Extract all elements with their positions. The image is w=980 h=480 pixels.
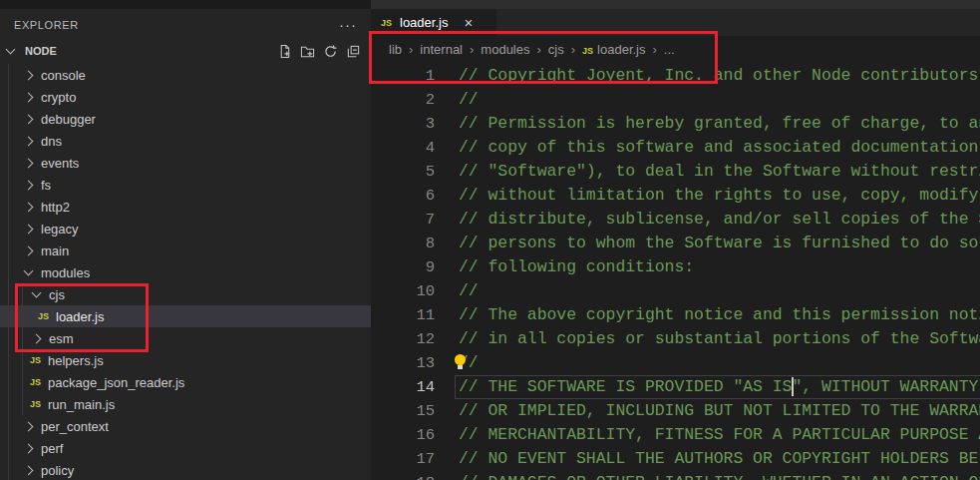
- tree-item-http2[interactable]: http2: [0, 196, 371, 218]
- tree-item-dns[interactable]: dns: [0, 130, 371, 152]
- code-line-13[interactable]: 13//: [371, 351, 980, 375]
- tree-item-main[interactable]: main: [0, 240, 371, 261]
- code-line-10[interactable]: 10//: [371, 279, 980, 303]
- new-file-icon[interactable]: [277, 44, 292, 59]
- tree-item-policy[interactable]: policy: [0, 459, 371, 480]
- chevron-right-icon: ›: [470, 42, 474, 57]
- code-line-text: // "Software"), to deal in the Software …: [459, 160, 980, 184]
- tree-item-console[interactable]: console: [0, 64, 371, 86]
- tree-item-label: fs: [41, 178, 51, 193]
- new-folder-icon[interactable]: [300, 44, 315, 59]
- tab-label: loader.js: [400, 15, 448, 30]
- code-line-text: // Copyright Joyent, Inc. and other Node…: [459, 64, 980, 88]
- line-number: 6: [371, 184, 435, 208]
- tree-item-run-main-js[interactable]: JSrun_main.js: [0, 393, 371, 415]
- line-number: 7: [371, 208, 435, 232]
- file-tree: consolecryptodebuggerdnseventsfshttp2leg…: [0, 64, 371, 480]
- indent-guide: [37, 305, 38, 327]
- code-line-18[interactable]: 18// DAMAGES OR OTHER LIABILITY, WHETHER…: [371, 471, 980, 480]
- line-number: 13: [371, 351, 435, 375]
- js-file-icon: JS: [381, 18, 394, 28]
- code-line-12[interactable]: 12// in all copies or substantial portio…: [371, 327, 980, 351]
- code-line-14[interactable]: 14// THE SOFTWARE IS PROVIDED "AS IS", W…: [371, 375, 980, 399]
- js-file-icon: JS: [30, 399, 43, 409]
- code-line-8[interactable]: 8// persons to whom the Software is furn…: [371, 232, 980, 255]
- code-line-17[interactable]: 17// NO EVENT SHALL THE AUTHORS OR COPYR…: [371, 447, 980, 471]
- code-line-1[interactable]: 1// Copyright Joyent, Inc. and other Nod…: [371, 64, 980, 88]
- tree-item-label: events: [41, 156, 79, 171]
- line-number: 18: [371, 471, 435, 480]
- tree-item-label: package_json_reader.js: [48, 375, 184, 390]
- code-line-9[interactable]: 9// following conditions:: [371, 255, 980, 279]
- chevron-right-icon: [24, 180, 34, 190]
- code-line-text: // persons to whom the Software is furni…: [459, 232, 980, 255]
- code-line-5[interactable]: 5// "Software"), to deal in the Software…: [371, 160, 980, 184]
- chevron-right-icon: [24, 245, 34, 255]
- tree-item-esm[interactable]: esm: [0, 327, 371, 349]
- code-line-7[interactable]: 7// distribute, sublicense, and/or sell …: [371, 208, 980, 232]
- tab-loader-js[interactable]: JS loader.js ×: [371, 9, 496, 36]
- tree-item-legacy[interactable]: legacy: [0, 218, 371, 240]
- chevron-right-icon: ›: [536, 42, 540, 57]
- tree-item-crypto[interactable]: crypto: [0, 86, 371, 108]
- collapse-all-icon[interactable]: [346, 44, 361, 59]
- tree-item-label: console: [41, 68, 86, 83]
- node-section-header[interactable]: NODE: [0, 40, 371, 62]
- chevron-right-icon: [24, 443, 34, 453]
- breadcrumb-label: modules: [481, 42, 529, 57]
- code-line-4[interactable]: 4// copy of this software and associated…: [371, 136, 980, 160]
- code-line-16[interactable]: 16// MERCHANTABILITY, FITNESS FOR A PART…: [371, 423, 980, 447]
- code-line-text: // THE SOFTWARE IS PROVIDED "AS IS", WIT…: [459, 375, 980, 399]
- tree-item-label: policy: [41, 463, 74, 478]
- chevron-right-icon: [24, 92, 34, 102]
- tree-item-loader-js[interactable]: JSloader.js: [0, 305, 371, 327]
- tree-item-cjs[interactable]: cjs: [0, 283, 371, 305]
- chevron-down-icon: [32, 288, 42, 298]
- line-number: 11: [371, 303, 435, 327]
- code-line-6[interactable]: 6// without limitation the rights to use…: [371, 184, 980, 208]
- indent-guide: [22, 283, 23, 415]
- code-line-15[interactable]: 15// OR IMPLIED, INCLUDING BUT NOT LIMIT…: [371, 399, 980, 423]
- chevron-right-icon: [24, 202, 34, 212]
- refresh-icon[interactable]: [323, 44, 338, 59]
- line-number: 2: [371, 88, 435, 112]
- breadcrumb-item-internal[interactable]: internal: [420, 42, 463, 57]
- breadcrumb-item-loader-js[interactable]: JSloader.js: [582, 42, 645, 57]
- code-line-text: // NO EVENT SHALL THE AUTHORS OR COPYRIG…: [459, 447, 980, 471]
- chevron-right-icon: ›: [653, 42, 657, 57]
- chevron-right-icon: ›: [571, 42, 575, 57]
- lightbulb-icon[interactable]: [455, 354, 466, 365]
- tree-item-debugger[interactable]: debugger: [0, 108, 371, 130]
- sidebar-top-strip: [0, 0, 371, 9]
- chevron-down-icon: [6, 45, 16, 55]
- chevron-down-icon: [24, 266, 34, 276]
- code-line-text: // MERCHANTABILITY, FITNESS FOR A PARTIC…: [459, 423, 980, 447]
- tree-item-package-json-reader-js[interactable]: JSpackage_json_reader.js: [0, 371, 371, 393]
- tree-item-events[interactable]: events: [0, 152, 371, 174]
- breadcrumb-item-lib[interactable]: lib: [389, 42, 402, 57]
- tree-item-helpers-js[interactable]: JShelpers.js: [0, 349, 371, 371]
- breadcrumb-item-cjs[interactable]: cjs: [548, 42, 564, 57]
- tree-item-per-context[interactable]: per_context: [0, 415, 371, 437]
- breadcrumb: lib›internal›modules›cjs›JSloader.js›...: [371, 36, 980, 62]
- tree-item-modules[interactable]: modules: [0, 261, 371, 283]
- section-actions: [277, 44, 371, 59]
- tree-item-label: legacy: [41, 222, 79, 237]
- js-file-icon: JS: [30, 355, 43, 365]
- breadcrumb-label: cjs: [548, 42, 564, 57]
- breadcrumb-item--[interactable]: ...: [664, 42, 675, 57]
- tree-item-perf[interactable]: perf: [0, 437, 371, 459]
- code-editor[interactable]: 1// Copyright Joyent, Inc. and other Nod…: [371, 62, 980, 480]
- code-line-text: // in all copies or substantial portions…: [459, 327, 980, 351]
- more-actions-icon[interactable]: ···: [339, 20, 357, 30]
- close-icon[interactable]: ×: [464, 15, 473, 30]
- code-line-3[interactable]: 3// Permission is hereby granted, free o…: [371, 112, 980, 136]
- line-number: 3: [371, 112, 435, 136]
- breadcrumb-item-modules[interactable]: modules: [481, 42, 529, 57]
- chevron-right-icon: [24, 421, 34, 431]
- code-line-text: //: [459, 88, 479, 112]
- line-number: 14: [371, 375, 435, 399]
- tree-item-fs[interactable]: fs: [0, 174, 371, 196]
- code-line-11[interactable]: 11// The above copyright notice and this…: [371, 303, 980, 327]
- code-line-2[interactable]: 2//: [371, 88, 980, 112]
